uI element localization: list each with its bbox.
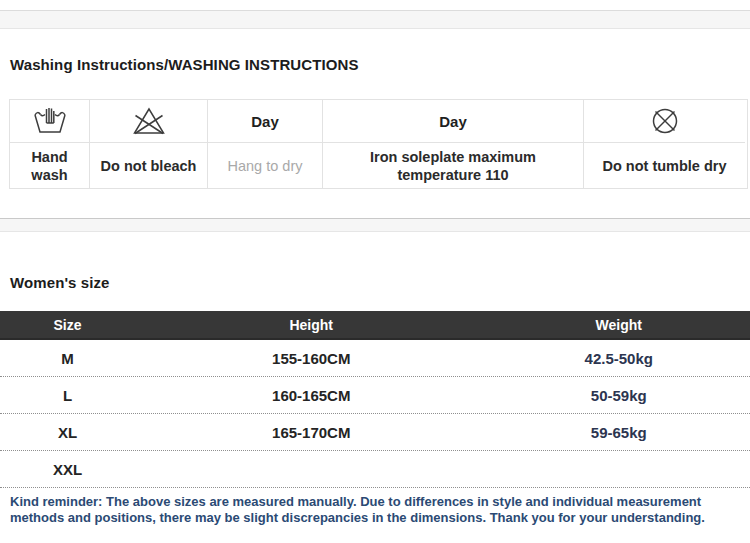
size-value: L (0, 387, 135, 404)
washing-instructions-title: Washing Instructions/WASHING INSTRUCTION… (10, 56, 359, 73)
size-row-xl: XL 165-170CM 59-65kg (0, 414, 750, 451)
size-header-height: Height (135, 317, 488, 333)
product-description-page: Washing Instructions/WASHING INSTRUCTION… (0, 0, 750, 543)
size-header-weight: Weight (488, 317, 750, 333)
wash-label-hang-to-dry: Hang to dry (208, 143, 322, 188)
wash-top-label-day-2: Day (323, 100, 583, 143)
wash-col-do-not-bleach: Do not bleach (89, 100, 207, 188)
size-row-l: L 160-165CM 50-59kg (0, 377, 750, 414)
wash-col-hand-wash: Hand wash (10, 100, 89, 188)
section-divider-middle (0, 218, 750, 232)
height-value: 160-165CM (135, 387, 488, 404)
kind-reminder-note: Kind reminder: The above sizes are measu… (10, 494, 746, 526)
wash-col-do-not-tumble-dry: Do not tumble dry (583, 100, 745, 188)
size-value: XL (0, 424, 135, 441)
wash-label-do-not-bleach: Do not bleach (90, 143, 207, 188)
size-table-body: M 155-160CM 42.5-50kg L 160-165CM 50-59k… (0, 340, 750, 488)
wash-label-do-not-tumble-dry: Do not tumble dry (584, 143, 745, 188)
size-value: XXL (0, 461, 135, 478)
section-divider-top (0, 10, 750, 29)
wash-label-hand-wash: Hand wash (10, 143, 89, 188)
size-value: M (0, 350, 135, 367)
hand-wash-icon (10, 100, 89, 143)
wash-label-iron: Iron soleplate maximum temperature 110 (323, 143, 583, 188)
weight-value: 59-65kg (488, 424, 750, 441)
womens-size-title: Women's size (10, 274, 110, 291)
washing-instructions-table: Hand wash Do not bleach Day Hang to dry … (9, 99, 748, 189)
height-value: 155-160CM (135, 350, 488, 367)
do-not-bleach-icon (90, 100, 207, 143)
wash-col-iron: Day Iron soleplate maximum temperature 1… (322, 100, 583, 188)
wash-col-hang-to-dry: Day Hang to dry (207, 100, 322, 188)
weight-value: 50-59kg (488, 387, 750, 404)
wash-top-label-day-1: Day (208, 100, 322, 143)
size-row-m: M 155-160CM 42.5-50kg (0, 340, 750, 377)
size-header-size: Size (0, 317, 135, 333)
do-not-tumble-dry-icon (584, 100, 745, 143)
size-row-xxl: XXL (0, 451, 750, 488)
weight-value: 42.5-50kg (488, 350, 750, 367)
size-table-header: Size Height Weight (0, 311, 750, 340)
height-value: 165-170CM (135, 424, 488, 441)
